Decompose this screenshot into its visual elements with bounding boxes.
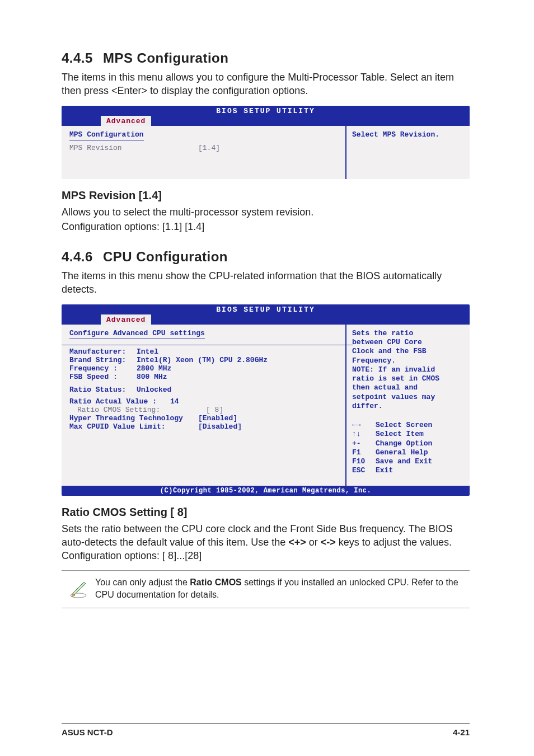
key: F1	[352, 448, 376, 457]
bios-row-max-cpuid[interactable]: Max CPUID Value Limit: [Disabled]	[69, 422, 338, 431]
bios-help-text: Select MPS Revision.	[352, 130, 464, 139]
bios-left-pane: Configure Advanced CPU settings Manufact…	[62, 325, 346, 486]
text: or	[306, 537, 321, 548]
bios-util-title: BIOS SETUP UTILITY	[216, 107, 315, 115]
bios-row-manufacturer: Manufacturer: Intel	[69, 348, 338, 356]
desc: Save and Exit	[376, 457, 432, 466]
value: Intel(R) Xeon (TM) CPU 2.80GHz	[137, 356, 268, 364]
section2-intro: The items in this menu show the CPU-rela…	[62, 269, 470, 297]
value: 800 MHz	[137, 373, 167, 381]
nav-select-item: ↑↓Select Item	[352, 430, 464, 439]
key: ↑↓	[352, 430, 376, 439]
pencil-icon	[62, 576, 95, 601]
bios-header: BIOS SETUP UTILITY Advanced	[62, 304, 470, 325]
bold-term: Ratio CMOS	[190, 577, 241, 587]
page-footer: ASUS NCT-D 4-21	[62, 724, 470, 737]
label: FSB Speed :	[69, 373, 137, 381]
nav-save-exit: F10Save and Exit	[352, 457, 464, 466]
key: ESC	[352, 466, 376, 475]
bios-panel-title: Configure Advanced CPU settings	[69, 329, 205, 339]
label: Frequency :	[69, 364, 137, 373]
section-number: 4.4.6	[62, 249, 93, 264]
bios-row-hyper-threading[interactable]: Hyper Threading Technology [Enabled]	[69, 414, 338, 422]
value: Unlocked	[137, 386, 171, 394]
bios-util-title: BIOS SETUP UTILITY	[216, 306, 315, 314]
section1-intro: The items in this menu allows you to con…	[62, 71, 470, 98]
bios-tab-advanced[interactable]: Advanced	[101, 116, 151, 126]
sub-heading-ratio-cmos: Ratio CMOS Setting [ 8]	[62, 506, 470, 519]
nav-general-help: F1General Help	[352, 448, 464, 457]
value: [Enabled]	[198, 414, 237, 422]
section-title: CPU Configuration	[103, 249, 228, 264]
bios-row-ratio-cmos[interactable]: Ratio CMOS Setting: [ 8]	[69, 406, 338, 414]
footer-left: ASUS NCT-D	[62, 727, 113, 737]
value: 2800 MHz	[137, 364, 171, 373]
bios-help-pane: Select MPS Revision.	[346, 126, 470, 179]
bios-tab-advanced[interactable]: Advanced	[101, 314, 151, 325]
label: Manufacturer:	[69, 348, 137, 356]
bios-row-value: [1.4]	[198, 144, 220, 152]
nav-exit: ESCExit	[352, 466, 464, 475]
desc: Exit	[376, 466, 393, 475]
bios-help-pane: Sets the ratio between CPU Core Clock an…	[346, 325, 470, 486]
bios-body: Configure Advanced CPU settings Manufact…	[62, 325, 470, 486]
value: 14	[170, 397, 179, 406]
label: Hyper Threading Technology	[69, 414, 198, 422]
bios-row-mps-revision[interactable]: MPS Revision [1.4]	[69, 144, 338, 152]
section-heading-cpu: 4.4.6CPU Configuration	[62, 249, 470, 265]
label: Ratio CMOS Setting:	[77, 406, 206, 414]
value: [Disabled]	[198, 422, 242, 431]
sub1-line1: Allows you to select the multi-processor…	[62, 205, 470, 219]
value: Intel	[137, 348, 158, 356]
bios-help-text: Sets the ratio between CPU Core Clock an…	[352, 329, 464, 411]
bios-screenshot-mps: BIOS SETUP UTILITY Advanced MPS Configur…	[62, 106, 470, 179]
bios-row-frequency: Frequency : 2800 MHz	[69, 364, 338, 373]
sub-heading-mps-revision: MPS Revision [1.4]	[62, 189, 470, 202]
section-heading-mps: 4.4.5MPS Configuration	[62, 50, 470, 66]
bios-row-ratio-status: Ratio Status: Unlocked	[69, 386, 338, 394]
footer-right: 4-21	[453, 727, 470, 737]
note-text: You can only adjust the Ratio CMOS setti…	[95, 576, 470, 600]
bios-row-brand: Brand String: Intel(R) Xeon (TM) CPU 2.8…	[69, 356, 338, 364]
section-title: MPS Configuration	[103, 50, 228, 65]
bios-left-pane: MPS Configuration MPS Revision [1.4]	[62, 126, 346, 179]
desc: Select Item	[376, 430, 424, 439]
text: You can only adjust the	[95, 577, 190, 587]
label: Max CPUID Value Limit:	[69, 422, 198, 431]
key-minus: <->	[321, 537, 336, 548]
label: Ratio Status:	[69, 386, 137, 394]
desc: Select Screen	[376, 421, 432, 430]
bios-screenshot-cpu: BIOS SETUP UTILITY Advanced Configure Ad…	[62, 304, 470, 496]
bios-header: BIOS SETUP UTILITY Advanced	[62, 106, 470, 126]
nav-change-option: +-Change Option	[352, 439, 464, 448]
bios-row-ratio-actual: Ratio Actual Value : 14	[69, 397, 338, 406]
key-plus: <+>	[288, 537, 306, 548]
desc: Change Option	[376, 439, 432, 448]
value: [ 8]	[206, 406, 223, 414]
bios-copyright: (C)Copyright 1985-2002, American Megatre…	[62, 486, 470, 496]
key: F10	[352, 457, 376, 466]
label: Ratio Actual Value :	[69, 397, 170, 406]
bios-body: MPS Configuration MPS Revision [1.4] Sel…	[62, 126, 470, 179]
bios-row-label: MPS Revision	[69, 144, 198, 152]
label: Brand String:	[69, 356, 137, 364]
bios-panel-title: MPS Configuration	[69, 130, 144, 140]
sub2-para: Sets the ratio between the CPU core cloc…	[62, 522, 470, 563]
section-number: 4.4.5	[62, 50, 93, 65]
note-box: You can only adjust the Ratio CMOS setti…	[62, 570, 470, 608]
nav-select-screen: ←→Select Screen	[352, 421, 464, 430]
bios-row-fsb: FSB Speed : 800 MHz	[69, 373, 338, 381]
bios-nav-help: ←→Select Screen ↑↓Select Item +-Change O…	[352, 421, 464, 476]
key: ←→	[352, 421, 376, 430]
page: 4.4.5MPS Configuration The items in this…	[0, 0, 534, 756]
key: +-	[352, 439, 376, 448]
desc: General Help	[376, 448, 428, 457]
sub1-line2: Configuration options: [1.1] [1.4]	[62, 220, 470, 233]
